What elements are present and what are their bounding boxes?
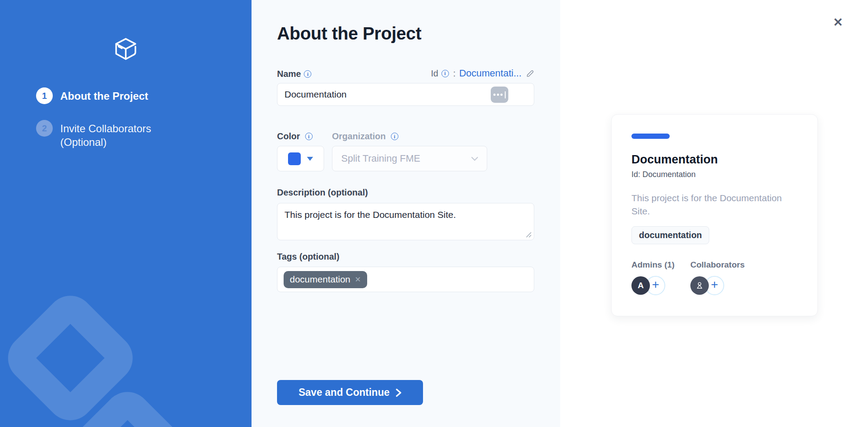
collaborators-group: Collaborators + [690, 260, 745, 296]
cube-logo-icon [113, 37, 138, 62]
close-icon[interactable]: ✕ [833, 17, 843, 29]
project-form-panel: About the Project Name i Id i : Document… [252, 0, 560, 427]
admin-avatar: A [631, 276, 650, 295]
tag-chip: documentation ✕ [284, 271, 367, 288]
color-picker-dropdown[interactable] [277, 146, 324, 171]
name-label: Name [277, 69, 301, 79]
wizard-sidebar: 1 About the Project 2 Invite Collaborato… [0, 0, 252, 427]
edit-id-pencil-icon[interactable] [526, 69, 534, 78]
color-label: Color [277, 131, 300, 141]
preview-tag-chip: documentation [631, 226, 709, 244]
id-colon: : [453, 69, 456, 79]
organization-select[interactable]: Split Training FME [332, 146, 487, 171]
organization-value: Split Training FME [341, 153, 420, 164]
chevron-right-icon [396, 388, 401, 397]
collaborators-label: Collaborators [690, 260, 745, 270]
save-button-label: Save and Continue [299, 387, 390, 398]
preview-project-title: Documentation [631, 153, 798, 166]
tags-label: Tags (optional) [277, 252, 339, 262]
project-color-bar [631, 134, 670, 139]
create-project-modal: 1 About the Project 2 Invite Collaborato… [0, 0, 868, 427]
collaborator-avatar [690, 276, 709, 295]
admins-label: Admins (1) [631, 260, 678, 270]
id-value-link[interactable]: Documentati... [459, 68, 522, 79]
step-number-badge: 1 [36, 87, 53, 104]
color-swatch [288, 152, 301, 165]
preview-panel: ✕ Documentation Id: Documentation This p… [560, 0, 868, 427]
info-icon[interactable]: i [441, 70, 449, 77]
step-about-the-project[interactable]: 1 About the Project [36, 87, 252, 104]
wizard-steps: 1 About the Project 2 Invite Collaborato… [36, 87, 252, 149]
info-icon[interactable]: i [304, 70, 311, 78]
step-label: Invite Collaborators (Optional) [60, 120, 170, 149]
caret-down-icon [307, 157, 313, 161]
organization-label: Organization [332, 131, 386, 141]
id-label: Id [431, 69, 438, 79]
save-and-continue-button[interactable]: Save and Continue [277, 380, 423, 405]
step-invite-collaborators[interactable]: 2 Invite Collaborators (Optional) [36, 120, 252, 149]
step-number-badge: 2 [36, 120, 53, 137]
description-label: Description (optional) [277, 188, 368, 198]
person-icon [695, 281, 704, 290]
tags-input[interactable]: documentation ✕ [277, 267, 534, 292]
step-label: About the Project [60, 87, 148, 103]
generated-id-icon [491, 87, 508, 103]
chevron-down-icon [471, 157, 478, 161]
remove-tag-icon[interactable]: ✕ [355, 276, 361, 283]
preview-project-description: This project is for the Documentation Si… [631, 192, 798, 218]
description-textarea[interactable]: This project is for the Documentation Si… [277, 203, 534, 240]
page-title: About the Project [277, 23, 534, 44]
admins-group: Admins (1) + A [631, 260, 678, 296]
preview-project-id: Id: Documentation [631, 170, 798, 179]
project-preview-card: Documentation Id: Documentation This pro… [611, 114, 818, 316]
info-icon[interactable]: i [305, 133, 313, 140]
info-icon[interactable]: i [391, 133, 398, 140]
tag-text: documentation [290, 274, 350, 285]
name-input-wrapper [277, 83, 534, 106]
description-area-wrapper: This project is for the Documentation Si… [277, 203, 534, 240]
